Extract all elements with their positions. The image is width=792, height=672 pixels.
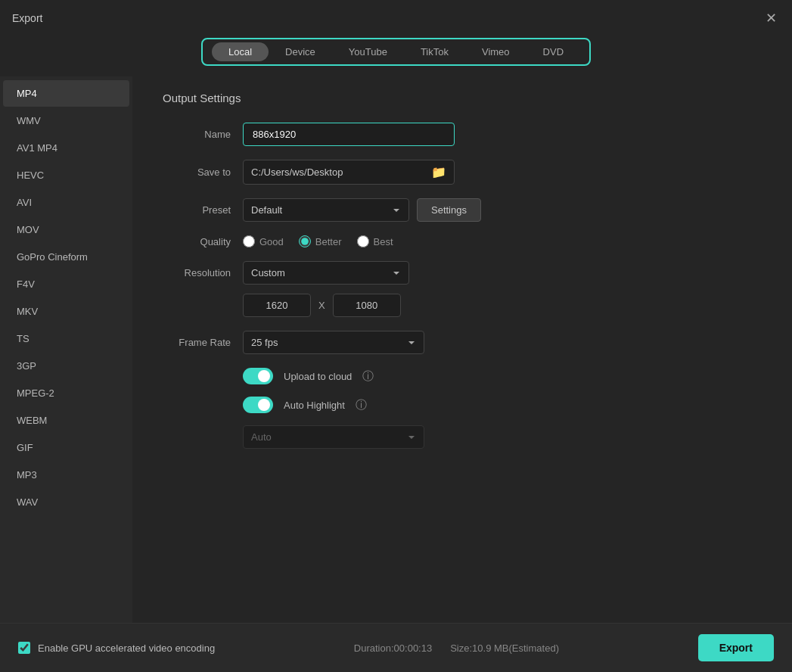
resolution-label: Resolution [163, 261, 231, 278]
panel-title: Output Settings [163, 92, 762, 104]
folder-icon[interactable]: 📁 [431, 165, 446, 179]
resolution-dropdown[interactable]: Custom [243, 261, 409, 285]
preset-row: Preset Default Settings [163, 198, 762, 222]
frame-rate-label: Frame Rate [163, 337, 231, 348]
frame-rate-dropdown[interactable]: 25 fps [243, 331, 424, 354]
quality-good[interactable]: Good [243, 235, 284, 247]
quality-better-radio[interactable] [299, 235, 311, 247]
resolution-height-input[interactable] [333, 294, 401, 317]
size-info: Size:10.9 MB(Estimated) [450, 642, 559, 654]
tab-dvd[interactable]: DVD [526, 42, 580, 61]
tab-vimeo[interactable]: Vimeo [465, 42, 526, 61]
sidebar: MP4 WMV AV1 MP4 HEVC AVI MOV GoPro Cinef… [0, 76, 132, 623]
preset-label: Preset [163, 204, 231, 216]
sidebar-item-webm[interactable]: WEBM [3, 407, 129, 434]
save-to-path: C:/Users/ws/Desktop [251, 166, 425, 178]
name-label: Name [163, 129, 231, 140]
auto-highlight-row: Auto Highlight ⓘ [243, 397, 762, 413]
sidebar-item-mkv[interactable]: MKV [3, 298, 129, 325]
preset-row-inner: Default Settings [243, 198, 762, 222]
upload-cloud-slider [243, 368, 273, 384]
sidebar-item-wav[interactable]: WAV [3, 489, 129, 515]
auto-select-dropdown[interactable]: Auto [243, 425, 424, 449]
sidebar-item-av1mp4[interactable]: AV1 MP4 [3, 135, 129, 161]
name-input[interactable] [243, 123, 455, 146]
upload-cloud-label: Upload to cloud [284, 371, 352, 382]
close-button[interactable]: ✕ [762, 9, 780, 27]
auto-highlight-toggle[interactable] [243, 397, 273, 413]
sidebar-item-mov[interactable]: MOV [3, 216, 129, 243]
quality-control: Good Better Best [243, 235, 762, 247]
frame-rate-control: 25 fps [243, 331, 762, 354]
tab-bar: Local Device YouTube TikTok Vimeo DVD [0, 33, 792, 76]
quality-label: Quality [163, 236, 231, 247]
sidebar-item-hevc[interactable]: HEVC [3, 162, 129, 188]
sidebar-item-ts[interactable]: TS [3, 325, 129, 352]
sidebar-item-3gp[interactable]: 3GP [3, 353, 129, 379]
title-bar: Export ✕ [0, 0, 792, 33]
window-title: Export [12, 12, 42, 24]
sidebar-item-gif[interactable]: GIF [3, 434, 129, 461]
quality-best-label: Best [374, 236, 393, 247]
toggle-section: Upload to cloud ⓘ Auto Highlight ⓘ Auto [163, 368, 762, 449]
footer-center: Duration:00:00:13 Size:10.9 MB(Estimated… [354, 642, 559, 654]
gpu-label: Enable GPU accelerated video encoding [38, 642, 215, 654]
app-window: Export ✕ Local Device YouTube TikTok Vim… [0, 0, 792, 672]
quality-row: Quality Good Better Best [163, 235, 762, 247]
name-row: Name [163, 123, 762, 146]
resolution-inner: Custom X [243, 261, 762, 317]
sidebar-item-wmv[interactable]: WMV [3, 107, 129, 134]
name-control [243, 123, 762, 146]
auto-highlight-slider [243, 397, 273, 413]
sidebar-item-mp3[interactable]: MP3 [3, 462, 129, 488]
gpu-checkbox[interactable] [18, 642, 30, 654]
save-to-label: Save to [163, 166, 231, 178]
frame-rate-row: Frame Rate 25 fps [163, 331, 762, 354]
auto-dropdown-row: Auto [243, 425, 762, 449]
tab-local[interactable]: Local [212, 42, 269, 61]
sidebar-item-f4v[interactable]: F4V [3, 271, 129, 297]
tab-container: Local Device YouTube TikTok Vimeo DVD [201, 38, 591, 66]
quality-good-label: Good [259, 236, 284, 247]
footer: Enable GPU accelerated video encoding Du… [0, 623, 792, 672]
quality-best[interactable]: Best [357, 235, 393, 247]
quality-best-radio[interactable] [357, 235, 369, 247]
sidebar-item-mpeg2[interactable]: MPEG-2 [3, 380, 129, 406]
resolution-width-input[interactable] [243, 294, 311, 317]
upload-cloud-row: Upload to cloud ⓘ [243, 368, 762, 384]
duration-info: Duration:00:00:13 [354, 642, 432, 654]
quality-better[interactable]: Better [299, 235, 342, 247]
upload-cloud-toggle[interactable] [243, 368, 273, 384]
preset-dropdown[interactable]: Default [243, 198, 409, 222]
main-content: MP4 WMV AV1 MP4 HEVC AVI MOV GoPro Cinef… [0, 76, 792, 623]
footer-left: Enable GPU accelerated video encoding [18, 642, 215, 654]
resolution-inputs: X [243, 294, 762, 317]
resolution-x-separator: X [318, 300, 325, 311]
tab-device[interactable]: Device [269, 42, 332, 61]
preset-control: Default Settings [243, 198, 762, 222]
export-button[interactable]: Export [698, 634, 774, 661]
tab-youtube[interactable]: YouTube [332, 42, 404, 61]
sidebar-item-mp4[interactable]: MP4 [3, 80, 129, 107]
auto-highlight-help-icon[interactable]: ⓘ [356, 398, 367, 412]
upload-cloud-help-icon[interactable]: ⓘ [362, 369, 374, 384]
quality-good-radio[interactable] [243, 235, 255, 247]
quality-better-label: Better [315, 236, 342, 247]
tab-tiktok[interactable]: TikTok [404, 42, 465, 61]
resolution-row: Resolution Custom X [163, 261, 762, 317]
auto-highlight-label: Auto Highlight [284, 400, 345, 411]
quality-options: Good Better Best [243, 235, 762, 247]
sidebar-item-avi[interactable]: AVI [3, 189, 129, 216]
save-to-control: C:/Users/ws/Desktop 📁 [243, 160, 762, 185]
save-to-field[interactable]: C:/Users/ws/Desktop 📁 [243, 160, 455, 185]
save-to-row: Save to C:/Users/ws/Desktop 📁 [163, 160, 762, 185]
settings-panel: Output Settings Name Save to C:/Users/ws… [132, 76, 792, 623]
resolution-control: Custom X [243, 261, 762, 317]
sidebar-item-gopro[interactable]: GoPro Cineform [3, 244, 129, 270]
settings-button[interactable]: Settings [417, 198, 481, 222]
